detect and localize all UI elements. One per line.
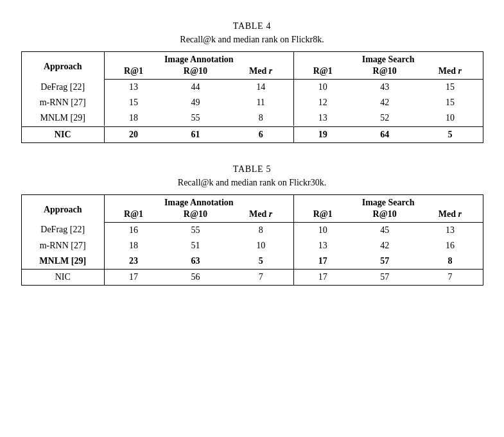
table4-header-top: Approach Image Annotation Image Search	[21, 52, 483, 65]
table-cell: 15	[417, 95, 483, 110]
table-cell: 45	[352, 222, 417, 238]
table5-search-header: Image Search	[293, 194, 483, 208]
table-cell: 16	[417, 238, 483, 253]
table-cell: 15	[104, 95, 162, 110]
table-cell: 13	[293, 110, 352, 126]
table-cell: 7	[229, 270, 294, 286]
table-cell: MNLM [29]	[21, 110, 104, 126]
table-cell: 8	[229, 222, 294, 238]
table-cell: 8	[229, 110, 294, 126]
table-cell: 10	[293, 80, 352, 96]
table-cell: 17	[293, 270, 352, 286]
table-cell: 42	[352, 95, 417, 110]
table-cell: 55	[162, 222, 228, 238]
table-cell: 57	[352, 253, 417, 269]
table-cell: m-RNN [27]	[21, 95, 104, 110]
table5-caption: TABLE 5 Recall@k and median rank on Flic…	[21, 162, 483, 189]
table4-annotation-header: Image Annotation	[104, 52, 293, 65]
table5-sub-is-r1: R@1	[293, 208, 352, 223]
table-cell: MNLM [29]	[21, 253, 104, 269]
table5-title: TABLE 5	[21, 162, 483, 176]
table-cell: 20	[104, 126, 162, 142]
table-cell: 18	[104, 110, 162, 126]
table-cell: 49	[162, 95, 228, 110]
table-cell: 44	[162, 80, 228, 96]
table4-sub-is-r10: R@10	[352, 65, 417, 80]
table5-sub-is-r10: R@10	[352, 208, 417, 223]
table4: Approach Image Annotation Image Search R…	[21, 51, 483, 143]
table-cell: 11	[229, 95, 294, 110]
table4-sub-is-med: Med r	[417, 65, 483, 80]
table-cell: 7	[417, 270, 483, 286]
table-row: m-RNN [27]185110134216	[21, 238, 483, 253]
table-cell: 42	[352, 238, 417, 253]
table-cell: DeFrag [22]	[21, 222, 104, 238]
table4-section: TABLE 4 Recall@k and median rank on Flic…	[21, 19, 483, 143]
table-row: DeFrag [22]16558104513	[21, 222, 483, 238]
table5-approach-header: Approach	[21, 194, 104, 222]
table-row: MNLM [29]2363517578	[21, 253, 483, 269]
table-cell: 6	[229, 126, 294, 142]
table-row: m-RNN [27]154911124215	[21, 95, 483, 110]
table-cell: 52	[352, 110, 417, 126]
table-cell: 14	[229, 80, 294, 96]
table5-section: TABLE 5 Recall@k and median rank on Flic…	[21, 162, 483, 286]
table-cell: 51	[162, 238, 228, 253]
table-cell: 56	[162, 270, 228, 286]
table4-title: TABLE 4	[21, 19, 483, 33]
table-cell: NIC	[21, 270, 104, 286]
table-cell: 57	[352, 270, 417, 286]
table-row: NIC1756717577	[21, 270, 483, 286]
table5-annotation-header: Image Annotation	[104, 194, 293, 208]
table-cell: 55	[162, 110, 228, 126]
table-cell: 64	[352, 126, 417, 142]
table-cell: 23	[104, 253, 162, 269]
table4-approach-header: Approach	[21, 52, 104, 80]
table-cell: 8	[417, 253, 483, 269]
table4-caption: TABLE 4 Recall@k and median rank on Flic…	[21, 19, 483, 46]
table-cell: 10	[293, 222, 352, 238]
table-cell: 13	[293, 238, 352, 253]
table5-sub-ia-r10: R@10	[162, 208, 228, 223]
table-cell: 13	[417, 222, 483, 238]
table-cell: 10	[229, 238, 294, 253]
table4-sub-ia-r1: R@1	[104, 65, 162, 80]
table-row: NIC2061619645	[21, 126, 483, 142]
table-cell: 17	[293, 253, 352, 269]
table5-sub-ia-r1: R@1	[104, 208, 162, 223]
table-cell: 5	[417, 126, 483, 142]
table-cell: 10	[417, 110, 483, 126]
table-cell: NIC	[21, 126, 104, 142]
table5-subtitle: Recall@k and median rank on Flickr30k.	[21, 176, 483, 189]
table-cell: 43	[352, 80, 417, 96]
table4-sub-is-r1: R@1	[293, 65, 352, 80]
table-row: MNLM [29]18558135210	[21, 110, 483, 126]
table4-sub-ia-med: Med r	[229, 65, 294, 80]
table5: Approach Image Annotation Image Search R…	[21, 194, 483, 286]
table4-search-header: Image Search	[293, 52, 483, 65]
table-cell: 17	[104, 270, 162, 286]
table-cell: DeFrag [22]	[21, 80, 104, 96]
table-cell: 63	[162, 253, 228, 269]
table5-sub-ia-med: Med r	[229, 208, 294, 223]
table5-sub-is-med: Med r	[417, 208, 483, 223]
table4-sub-ia-r10: R@10	[162, 65, 228, 80]
table-cell: 19	[293, 126, 352, 142]
table-cell: 5	[229, 253, 294, 269]
table4-subtitle: Recall@k and median rank on Flickr8k.	[21, 33, 483, 46]
table-cell: 61	[162, 126, 228, 142]
table-cell: 12	[293, 95, 352, 110]
table-cell: 13	[104, 80, 162, 96]
table5-header-top: Approach Image Annotation Image Search	[21, 194, 483, 208]
table-cell: 15	[417, 80, 483, 96]
table-cell: 16	[104, 222, 162, 238]
table-cell: 18	[104, 238, 162, 253]
table-row: DeFrag [22]134414104315	[21, 80, 483, 96]
table-cell: m-RNN [27]	[21, 238, 104, 253]
